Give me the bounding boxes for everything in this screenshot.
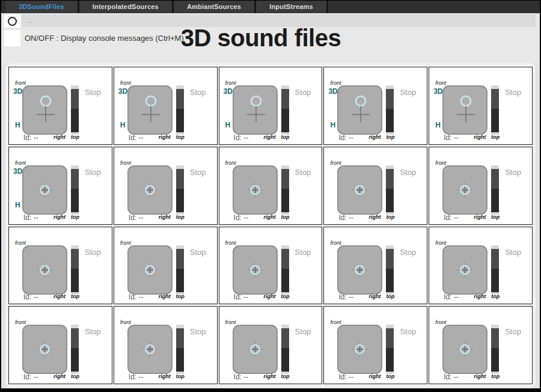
- sound-card: front 3D H Stop: [8, 67, 112, 145]
- id-label: Id: --: [234, 213, 249, 222]
- xy-position-pad[interactable]: [127, 325, 173, 374]
- front-label: front: [120, 240, 131, 246]
- stop-button[interactable]: Stop: [85, 88, 101, 97]
- xy-position-pad[interactable]: [233, 325, 278, 374]
- xy-position-pad[interactable]: [127, 165, 173, 215]
- meter-upper-segment: [176, 328, 184, 348]
- meter-lower-segment: [71, 348, 79, 372]
- front-label: front: [225, 160, 236, 166]
- stop-button[interactable]: Stop: [85, 327, 101, 336]
- level-meter: [491, 85, 499, 135]
- right-label: right: [368, 134, 381, 140]
- stop-button[interactable]: Stop: [400, 248, 416, 257]
- tab-interpolatedsources[interactable]: InterpolatedSources: [79, 1, 174, 13]
- top-label: top: [384, 373, 396, 379]
- right-label: right: [159, 373, 171, 379]
- top-label: top: [174, 134, 186, 140]
- stop-button[interactable]: Stop: [295, 88, 311, 97]
- tab-inputstreams[interactable]: InputStreams: [256, 1, 328, 13]
- meter-lower-segment: [71, 109, 79, 132]
- meter-lower-segment: [491, 109, 499, 132]
- level-meter: [491, 245, 499, 295]
- xy-position-pad[interactable]: [22, 325, 67, 374]
- stop-button[interactable]: Stop: [295, 248, 311, 257]
- level-meter: [176, 245, 184, 295]
- xy-position-pad[interactable]: [233, 85, 278, 135]
- stop-button[interactable]: Stop: [400, 168, 416, 177]
- xy-position-pad[interactable]: [22, 165, 67, 215]
- stop-button[interactable]: Stop: [295, 327, 311, 336]
- meter-lower-segment: [281, 348, 289, 372]
- right-label: right: [264, 134, 276, 140]
- stop-button[interactable]: Stop: [190, 88, 206, 97]
- top-label: top: [69, 293, 81, 299]
- meter-upper-segment: [386, 89, 394, 109]
- xy-position-pad[interactable]: [127, 85, 173, 135]
- stop-button[interactable]: Stop: [400, 327, 416, 336]
- front-label: front: [120, 80, 131, 86]
- mode-3d-label: 3D: [13, 167, 22, 176]
- level-meter: [71, 245, 79, 295]
- stop-button[interactable]: Stop: [85, 248, 101, 257]
- tab-3dsoundfiles[interactable]: 3DSoundFiles: [5, 1, 79, 13]
- stop-button[interactable]: Stop: [505, 88, 521, 97]
- meter-upper-segment: [281, 249, 289, 269]
- mode-3d-label: 3D: [433, 87, 442, 96]
- id-label: Id: --: [23, 133, 38, 142]
- xy-position-pad[interactable]: [233, 245, 278, 295]
- meter-upper-segment: [491, 328, 499, 348]
- right-label: right: [159, 134, 171, 140]
- level-meter: [281, 85, 289, 135]
- meter-upper-segment: [176, 169, 184, 189]
- xy-position-pad[interactable]: [233, 165, 278, 215]
- xy-position-pad[interactable]: [337, 245, 382, 295]
- source-marker-elevated-icon: [338, 87, 381, 133]
- xy-position-pad[interactable]: [22, 85, 67, 135]
- stop-button[interactable]: Stop: [190, 168, 206, 177]
- xy-position-pad[interactable]: [22, 245, 67, 295]
- tab-ambiantsources[interactable]: AmbiantSources: [174, 1, 256, 13]
- meter-lower-segment: [491, 348, 499, 372]
- xy-position-pad[interactable]: [442, 325, 488, 374]
- source-marker-center-icon: [234, 167, 277, 213]
- top-label: top: [280, 293, 292, 299]
- stop-button[interactable]: Stop: [505, 327, 521, 336]
- stop-button[interactable]: Stop: [190, 327, 206, 336]
- right-label: right: [159, 293, 171, 299]
- xy-position-pad[interactable]: [337, 325, 382, 374]
- xy-position-pad[interactable]: [442, 85, 488, 135]
- right-label: right: [264, 293, 276, 299]
- meter-upper-segment: [71, 89, 79, 109]
- id-label: Id: --: [444, 373, 459, 381]
- front-label: front: [15, 319, 26, 325]
- source-marker-elevated-icon: [234, 87, 277, 133]
- xy-position-pad[interactable]: [337, 85, 382, 135]
- front-label: front: [15, 160, 26, 166]
- meter-lower-segment: [386, 189, 394, 212]
- stop-button[interactable]: Stop: [85, 168, 101, 177]
- stop-button[interactable]: Stop: [190, 248, 206, 257]
- xy-position-pad[interactable]: [442, 165, 488, 215]
- xy-position-pad[interactable]: [127, 245, 173, 295]
- top-label: top: [69, 373, 81, 379]
- stop-button[interactable]: Stop: [505, 168, 521, 177]
- meter-lower-segment: [281, 109, 289, 132]
- xy-position-pad[interactable]: [337, 165, 382, 215]
- top-label: top: [280, 373, 292, 379]
- id-label: Id: --: [338, 373, 353, 381]
- xy-position-pad[interactable]: [442, 245, 488, 295]
- top-label: top: [280, 134, 292, 140]
- right-label: right: [53, 373, 66, 379]
- source-marker-center-icon: [23, 326, 66, 373]
- meter-upper-segment: [491, 169, 499, 189]
- stop-button[interactable]: Stop: [400, 88, 416, 97]
- page-title: 3D sound files: [1, 25, 521, 52]
- meter-upper-segment: [71, 169, 79, 189]
- front-label: front: [15, 240, 26, 246]
- stop-button[interactable]: Stop: [295, 168, 311, 177]
- id-label: Id: --: [338, 213, 353, 222]
- meter-upper-segment: [176, 89, 184, 109]
- right-label: right: [159, 214, 171, 220]
- level-meter: [176, 325, 184, 374]
- stop-button[interactable]: Stop: [505, 248, 521, 257]
